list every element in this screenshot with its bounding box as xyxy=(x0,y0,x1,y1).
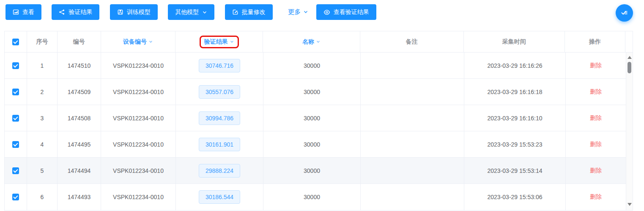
vertical-scrollbar[interactable] xyxy=(626,53,633,210)
select-all-checkbox[interactable] xyxy=(12,39,19,45)
scrollbar-down-arrow-icon[interactable] xyxy=(628,203,632,206)
delete-link[interactable]: 删除 xyxy=(590,88,602,96)
table-row: 1 1474510 VSPK012234-0010 30746.716 3000… xyxy=(5,53,626,79)
view-button-label: 查看 xyxy=(22,8,34,16)
cell-remark xyxy=(361,79,464,105)
delete-link[interactable]: 删除 xyxy=(590,114,602,122)
table-row: 6 1474493 VSPK012234-0010 30186.544 3000… xyxy=(5,184,626,210)
view-validation-results-button[interactable]: 查看验证结果 xyxy=(316,4,376,20)
cell-name: 30000 xyxy=(263,105,361,131)
sort-caret-icon xyxy=(230,39,234,45)
header-device-id-sort[interactable]: 设备编号 xyxy=(101,31,176,52)
cell-action: 删除 xyxy=(566,184,626,210)
validation-result-badge[interactable]: 30161.901 xyxy=(199,138,240,151)
cell-device-id: VSPK012234-0010 xyxy=(101,158,176,183)
table-row: 2 1474509 VSPK012234-0010 30557.076 3000… xyxy=(5,79,626,105)
cell-collect-time: 2023-03-29 15:53:23 xyxy=(464,131,566,157)
table-header-row: 序号 编号 设备编号 验证结果 名称 备注 采集时间 操作 xyxy=(5,31,633,53)
cell-remark xyxy=(361,131,464,157)
cell-device-id: VSPK012234-0010 xyxy=(101,105,176,131)
cell-code: 1474493 xyxy=(58,184,101,210)
cell-index: 1 xyxy=(27,53,58,78)
validation-result-badge[interactable]: 30557.076 xyxy=(199,85,240,99)
sort-caret-icon xyxy=(316,39,321,45)
view-validation-results-button-label: 查看验证结果 xyxy=(334,8,369,16)
row-checkbox[interactable] xyxy=(12,115,19,122)
row-checkbox[interactable] xyxy=(12,141,19,148)
cell-name: 30000 xyxy=(263,131,361,157)
cell-device-id: VSPK012234-0010 xyxy=(101,53,176,78)
row-checkbox-cell xyxy=(5,184,27,210)
cell-validation-result: 30994.786 xyxy=(176,105,263,131)
share-icon xyxy=(59,9,65,15)
more-dropdown[interactable]: 更多 xyxy=(288,4,308,20)
validation-result-badge[interactable]: 29888.224 xyxy=(199,164,240,178)
cell-index: 3 xyxy=(27,105,58,131)
toolbar: 查看 验证结果 训练模型 其他模型 批量修改 更多 查看验证结果 xyxy=(0,0,644,26)
header-validation-result-sort[interactable]: 验证结果 xyxy=(175,31,263,52)
delete-link[interactable]: 删除 xyxy=(590,193,602,201)
cell-code: 1474510 xyxy=(58,53,101,78)
sort-caret-icon xyxy=(148,39,153,45)
cell-remark xyxy=(361,184,464,210)
cell-code: 1474508 xyxy=(58,105,101,131)
cell-validation-result: 30186.544 xyxy=(176,184,263,210)
more-label: 更多 xyxy=(288,8,301,16)
header-action: 操作 xyxy=(565,31,625,52)
header-code: 编号 xyxy=(58,31,101,52)
cell-name: 30000 xyxy=(263,158,361,183)
cell-index: 2 xyxy=(27,79,58,105)
header-name-label: 名称 xyxy=(302,38,314,46)
row-checkbox-cell xyxy=(5,53,27,78)
checklist-icon xyxy=(620,8,628,18)
view-button[interactable]: 查看 xyxy=(5,4,41,20)
validation-result-badge[interactable]: 30994.786 xyxy=(199,111,240,125)
cell-remark xyxy=(361,53,464,78)
cell-action: 删除 xyxy=(566,53,626,78)
save-icon xyxy=(117,9,123,15)
validation-result-badge[interactable]: 30746.716 xyxy=(199,59,240,72)
delete-link[interactable]: 删除 xyxy=(590,167,602,175)
train-model-button[interactable]: 训练模型 xyxy=(110,4,158,20)
row-checkbox[interactable] xyxy=(12,62,19,69)
row-checkbox[interactable] xyxy=(12,194,19,200)
cell-device-id: VSPK012234-0010 xyxy=(101,131,176,157)
cell-index: 4 xyxy=(27,131,58,157)
header-remark: 备注 xyxy=(360,31,464,52)
cell-code: 1474509 xyxy=(58,79,101,105)
header-name-sort[interactable]: 名称 xyxy=(263,31,360,52)
task-list-fab-button[interactable] xyxy=(616,4,633,22)
cell-collect-time: 2023-03-29 15:53:14 xyxy=(464,158,566,183)
eye-icon xyxy=(323,9,330,16)
header-scrollbar-gutter xyxy=(625,31,633,52)
cell-collect-time: 2023-03-29 16:16:10 xyxy=(464,105,566,131)
cell-validation-result: 30746.716 xyxy=(176,53,263,78)
chevron-down-icon xyxy=(202,10,207,15)
batch-modify-button[interactable]: 批量修改 xyxy=(225,4,273,20)
validation-result-badge[interactable]: 30186.544 xyxy=(199,190,240,204)
edit-icon xyxy=(232,9,238,15)
table-body-rows: 1 1474510 VSPK012234-0010 30746.716 3000… xyxy=(5,53,626,210)
row-checkbox[interactable] xyxy=(12,89,19,95)
cell-name: 30000 xyxy=(263,184,361,210)
cell-index: 5 xyxy=(27,158,58,183)
row-checkbox[interactable] xyxy=(12,167,19,174)
delete-link[interactable]: 删除 xyxy=(590,62,602,69)
cell-collect-time: 2023-03-29 15:53:06 xyxy=(464,184,566,210)
cell-action: 删除 xyxy=(566,79,626,105)
cell-code: 1474494 xyxy=(58,158,101,183)
cell-device-id: VSPK012234-0010 xyxy=(101,184,176,210)
cell-code: 1474495 xyxy=(58,131,101,157)
scrollbar-thumb[interactable] xyxy=(628,62,631,73)
train-model-button-label: 训练模型 xyxy=(127,8,151,16)
chevron-down-icon xyxy=(303,8,308,16)
cell-action: 删除 xyxy=(566,131,626,157)
validation-results-button[interactable]: 验证结果 xyxy=(52,4,99,20)
chart-icon xyxy=(13,9,19,15)
header-index: 序号 xyxy=(27,31,58,52)
delete-link[interactable]: 删除 xyxy=(590,141,602,148)
other-models-dropdown-button[interactable]: 其他模型 xyxy=(168,4,214,20)
scrollbar-up-arrow-icon[interactable] xyxy=(628,56,632,59)
cell-validation-result: 29888.224 xyxy=(176,158,263,183)
table-row: 3 1474508 VSPK012234-0010 30994.786 3000… xyxy=(5,105,626,131)
